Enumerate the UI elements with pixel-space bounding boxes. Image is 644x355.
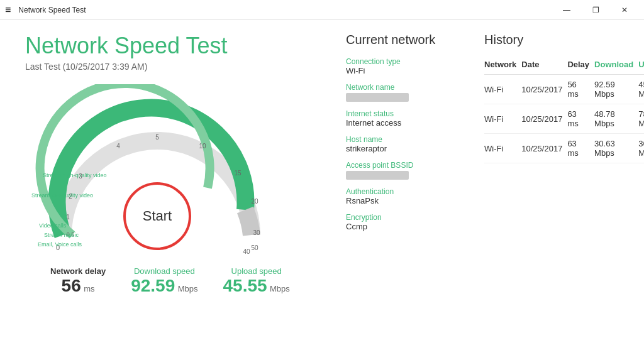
cell-date: 10/25/2017 [521, 75, 567, 104]
network-name-value-blurred [346, 93, 409, 102]
encryption-value: Ccmp [346, 222, 459, 231]
encryption-field: Encryption Ccmp [346, 213, 459, 231]
window-title: Network Speed Test [18, 6, 552, 14]
upload-metric: Upload speed 45.55 Mbps [223, 266, 289, 296]
svg-text:1: 1 [66, 214, 70, 221]
col-network: Network [484, 57, 521, 75]
svg-text:Stream music: Stream music [44, 232, 79, 238]
cell-upload: 78.93 Mbps [638, 104, 644, 134]
table-row: Wi-Fi10/25/201756 ms92.59 Mbps45.55 Mbps [484, 75, 644, 104]
svg-text:Video calls: Video calls [39, 222, 67, 229]
svg-text:30: 30 [253, 229, 260, 236]
cell-upload: 45.55 Mbps [638, 75, 644, 104]
main-content: Network Speed Test Last Test (10/25/2017… [0, 20, 644, 355]
app-title: Network Speed Test [25, 33, 327, 59]
panels-row: Current network Connection type Wi-Fi Ne… [346, 33, 621, 239]
title-bar: ≡ Network Speed Test — ❐ ✕ [0, 0, 644, 20]
cell-network: Wi-Fi [484, 104, 521, 134]
current-network-panel: Current network Connection type Wi-Fi Ne… [346, 33, 459, 239]
svg-text:Email, Voice calls: Email, Voice calls [38, 241, 82, 248]
authentication-label: Authentication [346, 187, 459, 196]
last-test-label: Last Test (10/25/2017 3:39 AM) [25, 62, 327, 72]
cell-download: 30.63 Mbps [594, 134, 638, 163]
download-value: 92.59 Mbps [131, 276, 197, 296]
left-panel: Network Speed Test Last Test (10/25/2017… [25, 33, 327, 342]
cell-download: 48.78 Mbps [594, 104, 638, 134]
col-date: Date [521, 57, 567, 75]
network-name-label: Network name [346, 83, 459, 92]
svg-text:Stream high-quality video: Stream high-quality video [43, 172, 107, 178]
authentication-value: RsnaPsk [346, 196, 459, 205]
svg-text:4: 4 [116, 143, 120, 150]
col-download: Download [594, 57, 638, 75]
col-upload: Upload [638, 57, 644, 75]
cell-upload: 36.75 Mbps [638, 134, 644, 163]
connection-type-value: Wi-Fi [346, 66, 459, 75]
cell-delay: 63 ms [567, 134, 594, 163]
svg-text:Start: Start [143, 208, 172, 224]
svg-text:5: 5 [155, 134, 159, 141]
internet-status-field: Internet status Internet access [346, 109, 459, 128]
access-point-value-blurred [346, 171, 409, 180]
cell-date: 10/25/2017 [521, 134, 567, 163]
download-metric: Download speed 92.59 Mbps [131, 266, 197, 296]
current-network-title: Current network [346, 33, 459, 47]
window-controls: — ❐ ✕ [552, 0, 639, 20]
access-point-field: Access point BSSID [346, 161, 459, 180]
cell-delay: 63 ms [567, 104, 594, 134]
svg-text:20: 20 [251, 198, 258, 205]
cell-download: 92.59 Mbps [594, 75, 638, 104]
close-button[interactable]: ✕ [610, 0, 639, 20]
host-name-field: Host name strikeraptor [346, 135, 459, 153]
network-name-field: Network name [346, 83, 459, 102]
connection-type-field: Connection type Wi-Fi [346, 57, 459, 75]
cell-network: Wi-Fi [484, 134, 521, 163]
svg-text:Stream low-quality video: Stream low-quality video [31, 192, 93, 199]
delay-value: 56 ms [50, 276, 106, 296]
internet-status-label: Internet status [346, 109, 459, 118]
download-label: Download speed [131, 266, 197, 276]
svg-text:15: 15 [234, 170, 242, 177]
svg-text:50: 50 [251, 244, 258, 251]
cell-network: Wi-Fi [484, 75, 521, 104]
upload-value: 45.55 Mbps [223, 276, 289, 296]
encryption-label: Encryption [346, 213, 459, 222]
table-row: Wi-Fi10/25/201763 ms30.63 Mbps36.75 Mbps [484, 134, 644, 163]
speed-metrics: Network delay 56 ms Download speed 92.59… [25, 266, 327, 296]
history-title: History [484, 33, 644, 47]
svg-text:10: 10 [199, 143, 206, 150]
delay-label: Network delay [50, 266, 106, 276]
restore-button[interactable]: ❐ [581, 0, 610, 20]
authentication-field: Authentication RsnaPsk [346, 187, 459, 205]
internet-status-value: Internet access [346, 118, 459, 128]
cell-delay: 56 ms [567, 75, 594, 104]
access-point-label: Access point BSSID [346, 161, 459, 170]
history-panel: History Network Date Delay Download Uplo… [484, 33, 644, 239]
minimize-button[interactable]: — [552, 0, 581, 20]
col-delay: Delay [567, 57, 594, 75]
gauge-container: 0 0.5 1 2 3 4 5 10 15 20 30 [25, 84, 289, 260]
gauge-svg: 0 0.5 1 2 3 4 5 10 15 20 30 [25, 84, 289, 260]
host-name-value: strikeraptor [346, 144, 459, 153]
history-table: Network Date Delay Download Upload Wi-Fi… [484, 57, 644, 163]
hamburger-icon[interactable]: ≡ [5, 4, 11, 16]
upload-label: Upload speed [223, 266, 289, 276]
cell-date: 10/25/2017 [521, 104, 567, 134]
right-panel: Current network Connection type Wi-Fi Ne… [327, 33, 621, 342]
table-row: Wi-Fi10/25/201763 ms48.78 Mbps78.93 Mbps [484, 104, 644, 134]
host-name-label: Host name [346, 135, 459, 144]
connection-type-label: Connection type [346, 57, 459, 66]
delay-metric: Network delay 56 ms [50, 266, 106, 296]
svg-text:40: 40 [243, 248, 250, 255]
